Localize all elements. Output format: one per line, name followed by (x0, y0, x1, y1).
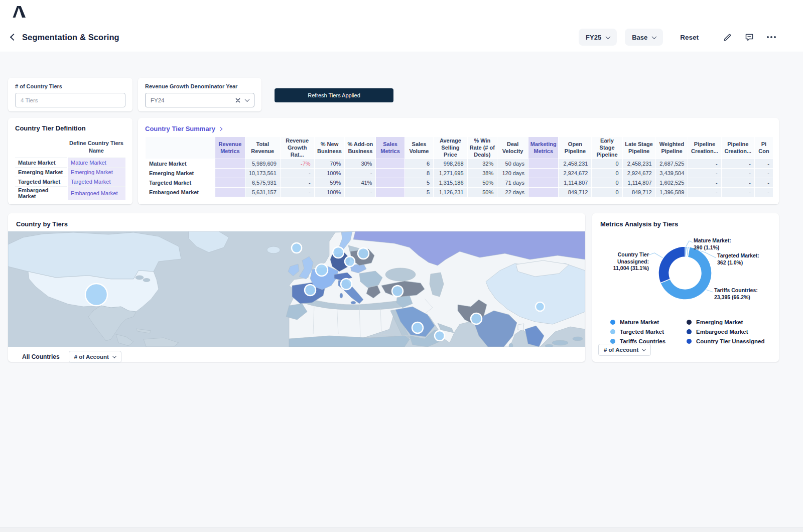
reset-button[interactable]: Reset (680, 34, 699, 41)
grid-cell[interactable]: - (345, 169, 375, 178)
grid-cell[interactable] (528, 188, 558, 197)
map-bubble[interactable] (85, 284, 107, 306)
grid-cell[interactable]: 70% (315, 159, 345, 168)
grid-cell[interactable]: - (722, 159, 754, 168)
grid-cell[interactable]: 1,602,525 (656, 178, 688, 187)
map-bubble[interactable] (412, 322, 423, 333)
grid-cell[interactable]: 10,173,561 (245, 169, 280, 178)
grid-cell[interactable]: 1,114,807 (559, 178, 591, 187)
app-logo[interactable] (12, 5, 26, 18)
tier-name-cell[interactable]: Emerging Market (67, 167, 125, 177)
grid-cell[interactable]: 41% (345, 178, 375, 187)
grid-cell[interactable]: 2,687,525 (656, 159, 688, 168)
grid-cell[interactable]: 6,575,931 (245, 178, 280, 187)
grid-cell[interactable] (376, 178, 404, 187)
grid-cell[interactable]: 849,712 (559, 188, 591, 197)
grid-cell[interactable]: 0 (592, 178, 622, 187)
map-bubble[interactable] (358, 248, 369, 259)
grid-cell[interactable]: 50 days (497, 159, 528, 168)
grid-cell[interactable]: 5,989,609 (245, 159, 280, 168)
grid-cell[interactable]: 50% (468, 178, 497, 187)
grid-cell[interactable] (215, 188, 245, 197)
grid-cell[interactable]: 100% (315, 188, 345, 197)
fiscal-year-selector[interactable]: FY25 (579, 29, 617, 46)
grid-cell[interactable]: 100% (315, 169, 345, 178)
grid-cell[interactable] (376, 169, 404, 178)
legend-item[interactable]: Emerging Market (687, 319, 779, 325)
clear-icon[interactable] (235, 98, 240, 103)
comment-icon[interactable] (743, 31, 756, 44)
grid-cell[interactable] (376, 188, 404, 197)
grid-cell[interactable]: - (755, 178, 773, 187)
map-bubble[interactable] (392, 286, 403, 297)
grid-cell[interactable]: - (755, 188, 773, 197)
tier-name-cell[interactable]: Embargoed Market (67, 186, 125, 200)
map-bubble[interactable] (435, 331, 445, 341)
grid-cell[interactable]: - (688, 188, 721, 197)
grid-cell[interactable]: 2,924,672 (559, 169, 591, 178)
grid-cell[interactable]: 22 days (497, 188, 528, 197)
grid-cell[interactable]: 0 (592, 159, 622, 168)
grid-cell[interactable]: 1,396,589 (656, 188, 688, 197)
back-icon[interactable] (10, 34, 17, 41)
grid-cell[interactable]: 5,631,157 (245, 188, 280, 197)
map-bubble[interactable] (292, 243, 302, 253)
grid-cell[interactable]: 2,458,231 (623, 159, 655, 168)
donut-slice-country-tier-unassigned[interactable] (658, 246, 685, 283)
grid-cell[interactable]: 1,114,807 (623, 178, 655, 187)
grid-cell[interactable]: 120 days (497, 169, 528, 178)
grid-cell[interactable]: - (755, 159, 773, 168)
grid-cell[interactable]: 50% (468, 188, 497, 197)
grid-cell[interactable]: 8 (405, 169, 433, 178)
grid-cell[interactable]: - (281, 178, 314, 187)
donut-metric-select[interactable]: # of Account (598, 344, 651, 356)
grid-cell[interactable]: 2,458,231 (559, 159, 591, 168)
legend-item[interactable]: Country Tier Unassigned (687, 338, 779, 344)
grid-cell[interactable]: - (755, 169, 773, 178)
grid-cell[interactable]: - (281, 169, 314, 178)
legend-item[interactable]: Embargoed Market (687, 329, 779, 335)
map-bubble[interactable] (471, 313, 482, 324)
grid-cell[interactable]: 1,271,695 (434, 169, 467, 178)
grid-cell[interactable]: 38% (468, 169, 497, 178)
legend-item[interactable]: Targeted Market (610, 329, 687, 335)
grid-cell[interactable]: 849,712 (623, 188, 655, 197)
grid-cell[interactable]: 32% (468, 159, 497, 168)
grid-cell[interactable]: - (722, 169, 754, 178)
grid-cell[interactable]: 998,268 (434, 159, 467, 168)
grid-cell[interactable] (528, 178, 558, 187)
map-metric-select[interactable]: # of Account (69, 351, 121, 363)
grid-cell[interactable]: - (281, 188, 314, 197)
map-bubble[interactable] (536, 302, 545, 311)
tier-name-cell[interactable]: Targeted Market (67, 177, 125, 186)
grid-cell[interactable]: 0 (592, 188, 622, 197)
horizontal-scrollbar[interactable] (0, 527, 803, 532)
grid-cell[interactable]: - (345, 188, 375, 197)
grid-cell[interactable]: 1,126,231 (434, 188, 467, 197)
grid-cell[interactable]: 0 (592, 169, 622, 178)
grid-cell[interactable]: 1,315,186 (434, 178, 467, 187)
map-bubble[interactable] (305, 285, 316, 296)
map-bubble[interactable] (345, 256, 355, 267)
grid-cell[interactable] (215, 169, 245, 178)
grid-cell[interactable]: 3,439,504 (656, 169, 688, 178)
map-bubble[interactable] (333, 247, 344, 258)
grid-cell[interactable] (528, 169, 558, 178)
grid-cell[interactable]: - (688, 159, 721, 168)
grid-cell[interactable] (215, 178, 245, 187)
edit-icon[interactable] (721, 31, 734, 44)
grid-cell[interactable]: - (688, 169, 721, 178)
grid-cell[interactable]: 5 (405, 188, 433, 197)
tier-name-cell[interactable]: Mature Market (67, 158, 125, 167)
country-tiers-input[interactable]: 4 Tiers (15, 93, 125, 107)
grid-cell[interactable]: - (688, 178, 721, 187)
map-bubble[interactable] (316, 264, 328, 276)
grid-cell[interactable]: 6 (405, 159, 433, 168)
legend-item[interactable]: Mature Market (610, 319, 687, 325)
grid-cell[interactable] (215, 159, 245, 168)
tier-summary-link[interactable]: Country Tier Summary (145, 125, 222, 132)
grid-cell[interactable]: - (722, 188, 754, 197)
denominator-year-select[interactable]: FY24 (145, 93, 254, 107)
grid-cell[interactable]: - (722, 178, 754, 187)
grid-cell[interactable] (528, 159, 558, 168)
